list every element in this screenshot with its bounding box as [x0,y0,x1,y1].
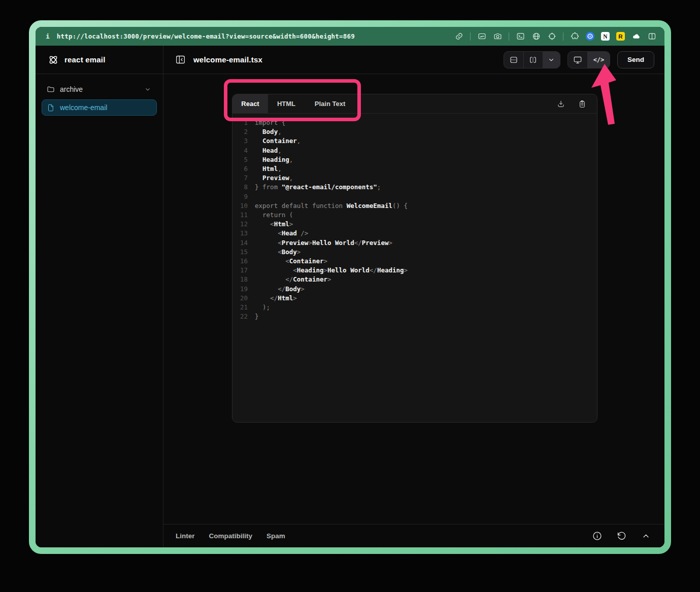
app-logo-row[interactable]: react email [36,46,163,74]
toolbar-separator [470,32,471,41]
code-token: </ [255,285,285,294]
code-token: Container [293,275,327,284]
code-token: </ [255,294,278,303]
line-number: 8 [232,183,248,192]
code-line: 20 </Html> [232,294,597,303]
line-number: 6 [232,164,248,173]
line-number: 11 [232,211,248,220]
site-info-icon[interactable]: i [46,32,50,40]
tab-spam[interactable]: Spam [266,532,285,540]
code-line: 13 <Head /> [232,229,597,238]
viewport-width-button[interactable] [523,52,543,68]
app-name: react email [64,55,106,64]
tab-html[interactable]: HTML [268,94,305,113]
line-number: 4 [232,146,248,155]
file-icon [47,104,55,112]
sidebar-folder-archive[interactable]: archive [42,81,157,97]
code-line: 7 Preview, [232,173,597,183]
code-token: , [289,155,293,164]
line-number: 13 [232,229,248,238]
onepassword-icon[interactable] [586,32,594,41]
react-email-app: react email archive welcome-email [36,46,664,547]
chevron-up-icon[interactable] [639,530,652,543]
line-number: 17 [232,266,248,275]
line-number: 18 [232,275,248,284]
code-panel: React HTML Plain Text 1import {2 Body,3 … [232,94,597,423]
code-line: 9 [232,192,597,201]
download-icon[interactable] [554,97,568,111]
code-editor[interactable]: 1import {2 Body,3 Container,4 Head,5 Hea… [232,114,597,422]
code-token [255,173,262,183]
address-bar[interactable]: i http://localhost:3000/preview/welcome-… [36,27,664,46]
toolbar-icons: N R [454,32,656,41]
tab-plain-text[interactable]: Plain Text [305,94,355,113]
viewport-dropdown-button[interactable] [543,52,560,68]
line-number: 3 [232,136,248,146]
code-token: Head [282,229,297,238]
info-icon[interactable] [590,530,604,543]
bottom-bar-icons [590,530,652,543]
code-token: export default function [255,201,347,211]
code-line: 3 Container, [232,136,597,146]
code-token: "@react-email/components" [282,183,377,192]
globe-icon[interactable] [531,32,541,41]
code-token: > [323,266,327,275]
sidebar-item-welcome-email[interactable]: welcome-email [42,99,157,116]
code-token: , [278,146,282,155]
code-line: 6 Html, [232,164,597,173]
line-number: 19 [232,285,248,294]
notion-icon[interactable]: N [601,32,610,41]
sidebar-nav: archive welcome-email [36,74,163,123]
code-token: Preview [282,238,309,248]
terminal-icon[interactable] [516,32,525,41]
code-token: Container [289,257,324,266]
code-token: Body [262,127,278,136]
chevron-down-icon[interactable] [144,85,152,93]
code-token: < [255,220,274,229]
crosshair-icon[interactable] [547,32,556,41]
code-line: 8} from "@react-email/components"; [232,183,597,192]
code-token: </ [370,266,377,275]
code-token: > [323,257,327,266]
url-text[interactable]: http://localhost:3000/preview/welcome-em… [57,32,355,40]
link-icon[interactable] [454,32,463,41]
tab-react[interactable]: React [232,94,268,113]
code-token: > [301,285,305,294]
code-line: 21 ); [232,303,597,312]
tab-compatibility[interactable]: Compatibility [209,532,253,540]
code-token: Hello World [312,238,354,248]
send-button[interactable]: Send [617,51,654,68]
line-number: 7 [232,173,248,183]
code-token [255,136,262,146]
code-token: < [255,238,282,248]
code-token: Heading [377,266,404,275]
cloud-icon[interactable] [631,32,641,41]
tab-linter[interactable]: Linter [176,532,195,540]
code-token: Preview [262,173,289,183]
camera-icon[interactable] [493,32,502,41]
code-token: , [297,136,301,146]
split-view-icon[interactable] [647,32,656,41]
viewport-height-button[interactable] [504,52,523,68]
extensions-puzzle-icon[interactable] [570,32,579,41]
line-number: 15 [232,248,248,257]
code-line: 18 </Container> [232,275,597,284]
code-token [255,127,262,136]
line-number: 9 [232,192,248,201]
code-line: 12 <Html> [232,220,597,229]
sidebar-toggle-icon[interactable] [174,53,187,66]
refresh-icon[interactable] [615,530,628,543]
copy-clipboard-icon[interactable] [576,97,589,111]
code-token: () { [392,201,408,211]
desktop-view-button[interactable] [568,52,587,68]
code-token: > [297,248,301,257]
code-token: } [255,312,259,321]
code-line: 14 <Preview>Hello World</Preview> [232,238,597,248]
code-token: Html [274,220,289,229]
image-capture-icon[interactable] [477,32,486,41]
code-token: Body [282,248,297,257]
folder-icon [47,85,55,93]
code-view-button[interactable]: </> [587,52,610,68]
sidebar: react email archive welcome-email [36,46,163,547]
r-extension-icon[interactable]: R [616,32,625,41]
